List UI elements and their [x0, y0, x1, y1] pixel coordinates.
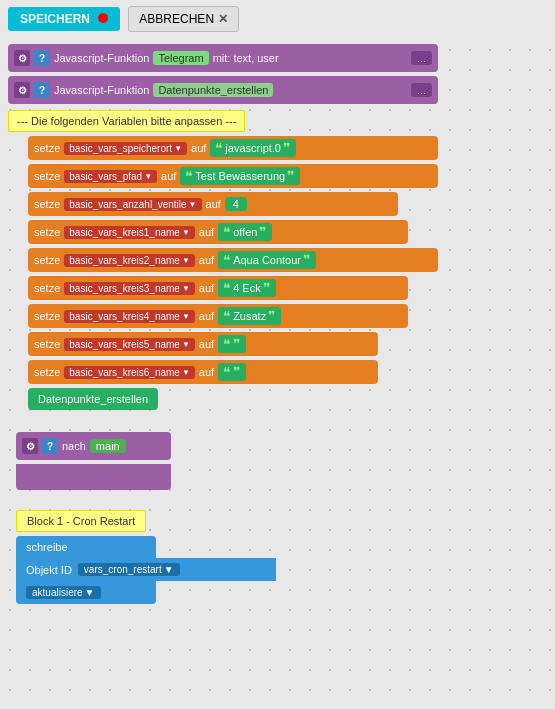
value-pfad[interactable]: ❝Test Bewässerung❞	[180, 167, 300, 185]
telegram-tag[interactable]: Telegram	[153, 51, 208, 65]
value-kreis1[interactable]: ❝offen❞	[218, 223, 272, 241]
var-name-kreis6[interactable]: basic_vars_kreis6_name ▼	[64, 366, 195, 379]
var-pfad-block[interactable]: setze basic_vars_pfad ▼ auf ❝Test Bewäss…	[28, 164, 438, 188]
save-button[interactable]: SPEICHERN	[8, 7, 120, 31]
schreibe-row: schreibe Objekt ID vars_cron_restart ▼ a…	[16, 536, 547, 604]
var-kreis2-row: setze basic_vars_kreis2_name ▼ auf ❝Aqua…	[28, 248, 547, 272]
auf-label-1: auf	[191, 142, 206, 154]
var-anzahl-block[interactable]: setze basic_vars_anzahl_ventile ▼ auf 4	[28, 192, 398, 216]
func-mit-label: mit: text, user	[213, 52, 279, 64]
var-name-pfad[interactable]: basic_vars_pfad ▼	[64, 170, 157, 183]
save-indicator	[98, 13, 108, 23]
var-name-kreis2[interactable]: basic_vars_kreis2_name ▼	[64, 254, 195, 267]
question-icon-3[interactable]: ?	[42, 438, 58, 454]
schreibe-block-header[interactable]: schreibe	[16, 536, 156, 558]
continuation-block	[16, 464, 171, 490]
var-kreis6-row: setze basic_vars_kreis6_name ▼ auf ❝❞	[28, 360, 547, 384]
continuation-row	[16, 464, 547, 490]
setze-label-1: setze	[34, 142, 60, 154]
var-name-speicherort[interactable]: basic_vars_speicherort ▼	[64, 142, 187, 155]
auf-label-4: auf	[199, 226, 214, 238]
auf-label-5: auf	[199, 254, 214, 266]
var-speicherort-block[interactable]: setze basic_vars_speicherort ▼ auf ❝java…	[28, 136, 438, 160]
js-func-datenpunkte-block[interactable]: ⚙ ? Javascript-Funktion Datenpunkte_erst…	[8, 76, 438, 104]
setze-label-6: setze	[34, 282, 60, 294]
close-icon: ✕	[218, 12, 228, 26]
main-tag[interactable]: main	[90, 439, 126, 453]
func-dots-2[interactable]: ...	[411, 83, 432, 97]
var-name-kreis3[interactable]: basic_vars_kreis3_name ▼	[64, 282, 195, 295]
schreibe-label: schreibe	[26, 541, 68, 553]
value-kreis4[interactable]: ❝Zusatz❞	[218, 307, 281, 325]
toolbar: SPEICHERN ABBRECHEN ✕	[0, 0, 555, 38]
gear-icon-2[interactable]: ⚙	[14, 82, 30, 98]
comment-cron-row: Block 1 - Cron Restart	[16, 510, 547, 532]
setze-label-4: setze	[34, 226, 60, 238]
setze-label-9: setze	[34, 366, 60, 378]
var-kreis4-row: setze basic_vars_kreis4_name ▼ auf ❝Zusa…	[28, 304, 547, 328]
var-name-kreis4[interactable]: basic_vars_kreis4_name ▼	[64, 310, 195, 323]
question-icon-2[interactable]: ?	[34, 82, 50, 98]
comment-text: --- Die folgenden Variablen bitte anpass…	[17, 115, 236, 127]
question-icon[interactable]: ?	[34, 50, 50, 66]
cancel-label: ABBRECHEN	[139, 12, 214, 26]
comment-cron-text: Block 1 - Cron Restart	[27, 515, 135, 527]
var-kreis1-row: setze basic_vars_kreis1_name ▼ auf ❝offe…	[28, 220, 547, 244]
setze-label-8: setze	[34, 338, 60, 350]
var-kreis5-block[interactable]: setze basic_vars_kreis5_name ▼ auf ❝❞	[28, 332, 378, 356]
nach-main-block[interactable]: ⚙ ? nach main	[16, 432, 171, 460]
content-area: ⚙ ? Javascript-Funktion Telegram mit: te…	[0, 38, 555, 616]
comment-row: --- Die folgenden Variablen bitte anpass…	[8, 110, 547, 132]
cancel-button[interactable]: ABBRECHEN ✕	[128, 6, 239, 32]
nach-label: nach	[62, 440, 86, 452]
datenpunkte-tag[interactable]: Datenpunkte_erstellen	[153, 83, 273, 97]
var-anzahl-row: setze basic_vars_anzahl_ventile ▼ auf 4	[28, 192, 547, 216]
value-kreis6[interactable]: ❝❞	[218, 363, 246, 381]
datenpunkte-block-row: Datenpunkte_erstellen	[28, 388, 547, 410]
value-kreis3[interactable]: ❝4 Eck❞	[218, 279, 276, 297]
func-label-2: Javascript-Funktion	[54, 84, 149, 96]
schreibe-block-bottom[interactable]: aktualisiere ▼	[16, 581, 156, 604]
var-kreis3-row: setze basic_vars_kreis3_name ▼ auf ❝4 Ec…	[28, 276, 547, 300]
auf-label-9: auf	[199, 366, 214, 378]
save-label: SPEICHERN	[20, 12, 90, 26]
nach-main-row: ⚙ ? nach main	[16, 432, 547, 460]
js-func-telegram-row: ⚙ ? Javascript-Funktion Telegram mit: te…	[8, 44, 547, 72]
var-name-anzahl[interactable]: basic_vars_anzahl_ventile ▼	[64, 198, 201, 211]
auf-label-8: auf	[199, 338, 214, 350]
datenpunkte-label: Datenpunkte_erstellen	[38, 393, 148, 405]
var-blocks-container: setze basic_vars_speicherort ▼ auf ❝java…	[28, 136, 547, 384]
gear-icon[interactable]: ⚙	[14, 50, 30, 66]
func-label-1: Javascript-Funktion	[54, 52, 149, 64]
func-dots-1[interactable]: ...	[411, 51, 432, 65]
setze-label-3: setze	[34, 198, 60, 210]
auf-label-3: auf	[206, 198, 221, 210]
gear-icon-3[interactable]: ⚙	[22, 438, 38, 454]
objekt-id-label: Objekt ID	[26, 564, 72, 576]
auf-label-7: auf	[199, 310, 214, 322]
setze-label-5: setze	[34, 254, 60, 266]
datenpunkte-erstellen-block[interactable]: Datenpunkte_erstellen	[28, 388, 158, 410]
var-name-kreis5[interactable]: basic_vars_kreis5_name ▼	[64, 338, 195, 351]
value-kreis2[interactable]: ❝Aqua Contour❞	[218, 251, 316, 269]
setze-label-7: setze	[34, 310, 60, 322]
value-anzahl[interactable]: 4	[225, 197, 247, 211]
value-speicherort[interactable]: ❝javascript.0❞	[210, 139, 296, 157]
var-kreis6-block[interactable]: setze basic_vars_kreis6_name ▼ auf ❝❞	[28, 360, 378, 384]
aktualisiere-tag[interactable]: aktualisiere ▼	[26, 586, 101, 599]
var-kreis3-block[interactable]: setze basic_vars_kreis3_name ▼ auf ❝4 Ec…	[28, 276, 408, 300]
vars-cron-restart-tag[interactable]: vars_cron_restart ▼	[78, 563, 180, 576]
js-func-telegram-block[interactable]: ⚙ ? Javascript-Funktion Telegram mit: te…	[8, 44, 438, 72]
auf-label-6: auf	[199, 282, 214, 294]
var-pfad-row: setze basic_vars_pfad ▼ auf ❝Test Bewäss…	[28, 164, 547, 188]
comment-cron-block: Block 1 - Cron Restart	[16, 510, 146, 532]
value-kreis5[interactable]: ❝❞	[218, 335, 246, 353]
var-kreis4-block[interactable]: setze basic_vars_kreis4_name ▼ auf ❝Zusa…	[28, 304, 408, 328]
var-kreis2-block[interactable]: setze basic_vars_kreis2_name ▼ auf ❝Aqua…	[28, 248, 438, 272]
comment-block: --- Die folgenden Variablen bitte anpass…	[8, 110, 245, 132]
schreibe-block-body[interactable]: Objekt ID vars_cron_restart ▼	[16, 558, 276, 581]
var-kreis5-row: setze basic_vars_kreis5_name ▼ auf ❝❞	[28, 332, 547, 356]
js-func-datenpunkte-row: ⚙ ? Javascript-Funktion Datenpunkte_erst…	[8, 76, 547, 104]
var-name-kreis1[interactable]: basic_vars_kreis1_name ▼	[64, 226, 195, 239]
var-kreis1-block[interactable]: setze basic_vars_kreis1_name ▼ auf ❝offe…	[28, 220, 408, 244]
